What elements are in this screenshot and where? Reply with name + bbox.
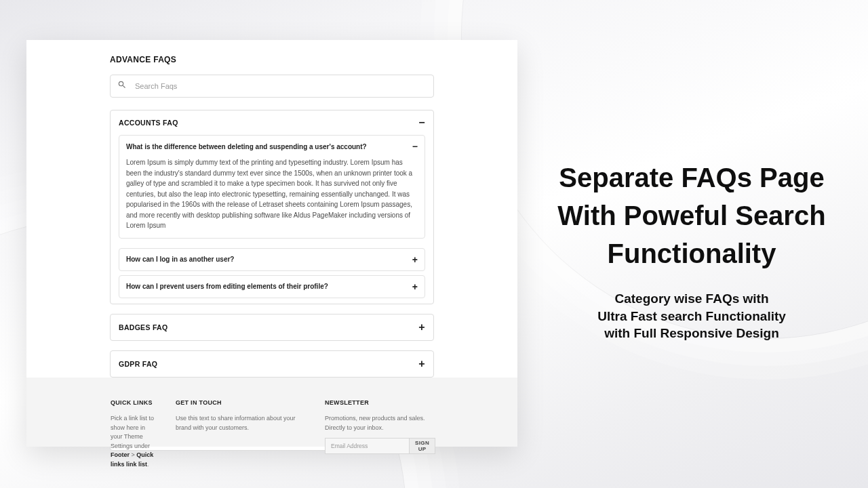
faq-question-header[interactable]: How can I prevent users from editing ele… <box>119 276 425 298</box>
faq-page-card: ADVANCE FAQS ACCOUNTS FAQ − What is the … <box>26 40 517 447</box>
faq-question: What is the difference between deleting … <box>126 143 367 150</box>
section-header[interactable]: ACCOUNTS FAQ − <box>119 117 425 128</box>
faq-answer: Lorem Ipsum is simply dummy text of the … <box>119 157 425 238</box>
footer-heading: NEWSLETTER <box>325 399 433 406</box>
search-box[interactable] <box>110 75 434 98</box>
faq-item: How can I log in as another user? + <box>119 248 425 271</box>
promo-panel: Separate FAQs Page With Poweful Search F… <box>536 159 848 342</box>
section-label: BADGES FAQ <box>119 323 167 331</box>
footer-text: Use this text to share information about… <box>176 414 304 432</box>
page-footer: QUICK LINKS Pick a link list to show her… <box>26 378 517 447</box>
newsletter-signup: SIGN UP <box>325 438 433 454</box>
footer-text: Promotions, new products and sales. Dire… <box>325 414 433 432</box>
signup-button[interactable]: SIGN UP <box>409 438 435 454</box>
minus-icon: − <box>412 141 418 152</box>
minus-icon: − <box>418 117 425 128</box>
faq-question: How can I prevent users from editing ele… <box>126 283 328 290</box>
section-gdpr-faq[interactable]: GDPR FAQ + <box>110 350 434 378</box>
footer-newsletter: NEWSLETTER Promotions, new products and … <box>325 399 433 447</box>
plus-icon: + <box>418 359 425 369</box>
faq-question: How can I log in as another user? <box>126 256 234 263</box>
footer-get-in-touch: GET IN TOUCH Use this text to share info… <box>176 399 304 447</box>
section-badges-faq[interactable]: BADGES FAQ + <box>110 314 434 341</box>
plus-icon: + <box>412 254 418 265</box>
page-title: ADVANCE FAQS <box>110 55 434 64</box>
section-accounts-faq: ACCOUNTS FAQ − What is the difference be… <box>110 110 434 304</box>
faq-item: What is the difference between deleting … <box>119 135 425 239</box>
footer-text: Pick a link list to show here in your Th… <box>111 414 155 469</box>
section-label: ACCOUNTS FAQ <box>119 119 178 127</box>
footer-quick-links: QUICK LINKS Pick a link list to show her… <box>111 399 155 447</box>
plus-icon: + <box>412 281 418 292</box>
search-icon <box>117 80 127 92</box>
promo-heading: Separate FAQs Page With Poweful Search F… <box>536 159 848 272</box>
promo-subtext: Category wise FAQs with Ultra Fast searc… <box>536 290 848 342</box>
search-input[interactable] <box>135 82 427 90</box>
footer-heading: QUICK LINKS <box>111 399 155 406</box>
faq-question-header[interactable]: How can I log in as another user? + <box>119 249 425 270</box>
faq-question-header[interactable]: What is the difference between deleting … <box>119 136 425 157</box>
footer-heading: GET IN TOUCH <box>176 399 304 406</box>
plus-icon: + <box>418 322 425 333</box>
email-field[interactable] <box>325 438 409 454</box>
faq-item: How can I prevent users from editing ele… <box>119 275 425 298</box>
section-label: GDPR FAQ <box>119 360 157 368</box>
